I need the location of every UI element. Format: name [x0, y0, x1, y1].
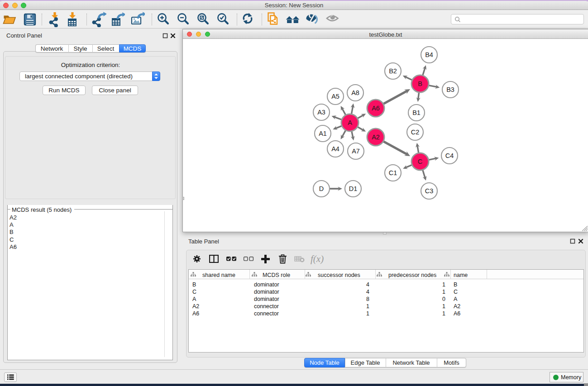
svg-text:B1: B1: [412, 109, 421, 116]
svg-text:A4: A4: [331, 145, 339, 152]
svg-text:A1: A1: [319, 130, 327, 137]
svg-text:C2: C2: [411, 129, 420, 136]
svg-text:A6: A6: [372, 105, 380, 112]
svg-text:B4: B4: [425, 51, 433, 58]
svg-text:D1: D1: [349, 185, 358, 192]
svg-text:C3: C3: [425, 187, 434, 195]
svg-text:B: B: [418, 80, 422, 87]
svg-text:D: D: [319, 185, 324, 192]
svg-text:C4: C4: [445, 152, 454, 159]
svg-text:A3: A3: [317, 109, 325, 116]
svg-text:B3: B3: [446, 86, 454, 93]
svg-text:C: C: [418, 158, 422, 165]
svg-text:A5: A5: [331, 93, 339, 100]
svg-text:A8: A8: [351, 89, 359, 96]
svg-text:A: A: [348, 119, 352, 126]
svg-text:C1: C1: [389, 169, 397, 176]
svg-text:A7: A7: [352, 148, 360, 155]
svg-text:A2: A2: [372, 133, 380, 141]
svg-text:B2: B2: [389, 67, 397, 75]
